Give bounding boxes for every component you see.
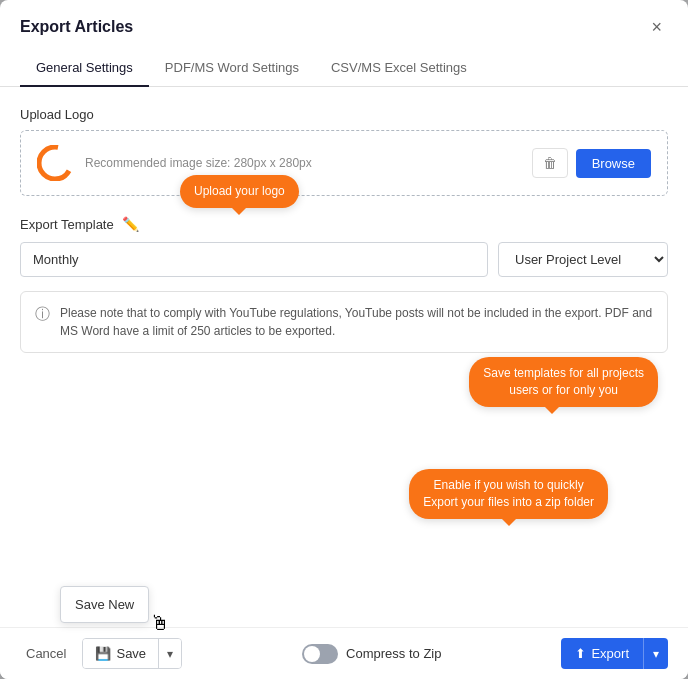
- save-button[interactable]: 💾 Save: [83, 639, 159, 668]
- info-icon: ⓘ: [35, 305, 50, 324]
- save-button-group: 💾 Save ▾: [82, 638, 182, 669]
- modal-header: Export Articles ×: [0, 0, 688, 38]
- upload-area: Recommended image size: 280px x 280px 🗑 …: [20, 130, 668, 196]
- upload-hint-text: Recommended image size: 280px x 280px: [85, 156, 312, 170]
- export-articles-modal: Export Articles × General Settings PDF/M…: [0, 0, 688, 679]
- template-scope-select[interactable]: User Project Level All Projects Only Me: [498, 242, 668, 277]
- compress-toggle-switch[interactable]: [302, 644, 338, 664]
- export-button-group: ⬆ Export ▾: [561, 638, 668, 669]
- export-button[interactable]: ⬆ Export: [561, 638, 644, 669]
- save-icon: 💾: [95, 646, 111, 661]
- edit-template-icon[interactable]: ✏️: [122, 216, 139, 232]
- logo-preview-icon: [37, 145, 73, 181]
- export-label: Export: [591, 646, 629, 661]
- tabs-bar: General Settings PDF/MS Word Settings CS…: [0, 50, 688, 87]
- svg-point-0: [39, 147, 71, 179]
- browse-button[interactable]: Browse: [576, 149, 651, 178]
- export-template-label: Export Template: [20, 217, 114, 232]
- save-dropdown-button[interactable]: ▾: [159, 639, 181, 668]
- info-box: ⓘ Please note that to comply with YouTub…: [20, 291, 668, 353]
- delete-logo-button[interactable]: 🗑: [532, 148, 568, 178]
- export-icon: ⬆: [575, 646, 586, 661]
- save-label: Save: [116, 646, 146, 661]
- template-inputs-row: User Project Level All Projects Only Me: [20, 242, 668, 277]
- tab-csv-excel-settings[interactable]: CSV/MS Excel Settings: [315, 50, 483, 87]
- close-button[interactable]: ×: [645, 16, 668, 38]
- compress-toggle-area: Compress to Zip: [302, 644, 441, 664]
- compress-label: Compress to Zip: [346, 646, 441, 661]
- tooltip-logo: Upload your logo: [180, 175, 299, 208]
- export-dropdown-button[interactable]: ▾: [644, 638, 668, 669]
- tab-pdf-word-settings[interactable]: PDF/MS Word Settings: [149, 50, 315, 87]
- tooltip-zip: Enable if you wish to quickly Export you…: [409, 469, 608, 519]
- modal-body: Upload your logo Upload Logo Recommended…: [0, 87, 688, 627]
- modal-title: Export Articles: [20, 18, 133, 36]
- template-label-row: Export Template ✏️: [20, 216, 668, 232]
- toggle-knob: [304, 646, 320, 662]
- cancel-button[interactable]: Cancel: [20, 638, 72, 669]
- tab-general-settings[interactable]: General Settings: [20, 50, 149, 87]
- template-name-input[interactable]: [20, 242, 488, 277]
- info-text: Please note that to comply with YouTube …: [60, 304, 653, 340]
- save-new-popup: Save New: [60, 586, 149, 623]
- upload-logo-label: Upload Logo: [20, 107, 668, 122]
- modal-footer: Save New Cancel 💾 Save ▾ Compress to Zip: [0, 627, 688, 679]
- tooltip-template: Save templates for all projects users or…: [469, 357, 658, 407]
- footer-left-actions: Cancel 💾 Save ▾: [20, 638, 182, 669]
